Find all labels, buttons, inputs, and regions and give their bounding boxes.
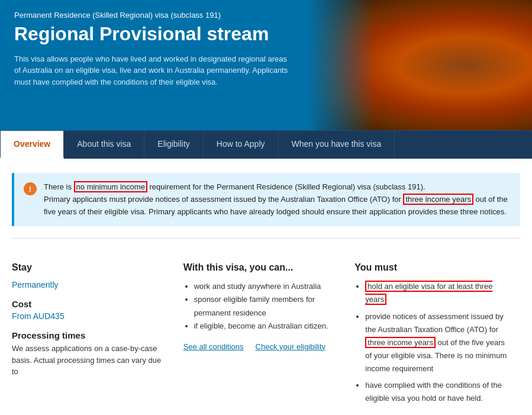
highlight-three-income-years: three income years [403, 194, 473, 205]
navigation-tabs: Overview About this visa Eligibility How… [0, 130, 532, 159]
col-links: See all conditions Check your eligibilit… [183, 342, 337, 351]
tab-overview[interactable]: Overview [0, 131, 64, 159]
processing-text: We assess applications on a case-by-case… [12, 343, 166, 378]
with-visa-title: With this visa, you can... [183, 262, 337, 273]
hero-background [307, 0, 532, 130]
col-you-must: You must hold an eligible visa for at le… [354, 256, 520, 414]
alert-line2: Primary applicants must provide notices … [44, 194, 508, 216]
alert-icon: ! [24, 182, 37, 195]
list-item: hold an eligible visa for at least three… [365, 280, 508, 306]
list-item: if eligible, become an Australian citize… [194, 320, 337, 333]
cost-value: From AUD435 [12, 311, 166, 321]
highlight-no-minimum-income: no minimum income [74, 181, 147, 192]
alert-text: There is no minimum income requirement f… [44, 181, 511, 218]
list-item: provide notices of assessment issued by … [365, 310, 508, 375]
alert-line1: There is no minimum income requirement f… [44, 181, 425, 192]
you-must-list: hold an eligible visa for at least three… [354, 280, 508, 405]
content-area: Stay Permanently Cost From AUD435 Proces… [0, 245, 532, 415]
check-eligibility-link[interactable]: Check your eligibility [256, 342, 326, 351]
three-columns: Stay Permanently Cost From AUD435 Proces… [12, 256, 520, 414]
hero-content: Permanent Residence (Skilled Regional) v… [0, 0, 308, 99]
with-visa-list: work and study anywhere in Australia spo… [183, 280, 337, 332]
col-stay: Stay Permanently Cost From AUD435 Proces… [12, 256, 183, 414]
tab-how-to-apply[interactable]: How to Apply [204, 131, 279, 159]
divider [12, 238, 520, 239]
col-with-visa: With this visa, you can... work and stud… [183, 256, 355, 414]
you-must-title: You must [354, 262, 508, 273]
hero-description: This visa allows people who have lived a… [14, 53, 294, 88]
stay-title: Stay [12, 262, 166, 273]
tab-when-you-have[interactable]: When you have this visa [279, 131, 395, 159]
tab-about[interactable]: About this visa [64, 131, 144, 159]
alert-box: ! There is no minimum income requirement… [12, 173, 520, 226]
list-item: have complied with the conditions of the… [365, 379, 508, 405]
hero-title: Regional Provisional stream [14, 23, 294, 45]
list-item: work and study anywhere in Australia [194, 280, 337, 293]
highlight-three-income-years-2: three income years [365, 337, 436, 348]
cost-title: Cost [12, 299, 166, 309]
see-all-conditions-link[interactable]: See all conditions [183, 342, 244, 351]
hero-section: Permanent Residence (Skilled Regional) v… [0, 0, 532, 130]
hero-subtitle: Permanent Residence (Skilled Regional) v… [14, 11, 294, 20]
list-item: sponsor eligible family members for perm… [194, 293, 337, 319]
processing-title: Processing times [12, 330, 166, 340]
stay-value: Permanently [12, 280, 166, 289]
tab-eligibility[interactable]: Eligibility [144, 131, 203, 159]
highlight-hold-eligible-visa: hold an eligible visa for at least three… [365, 281, 492, 305]
